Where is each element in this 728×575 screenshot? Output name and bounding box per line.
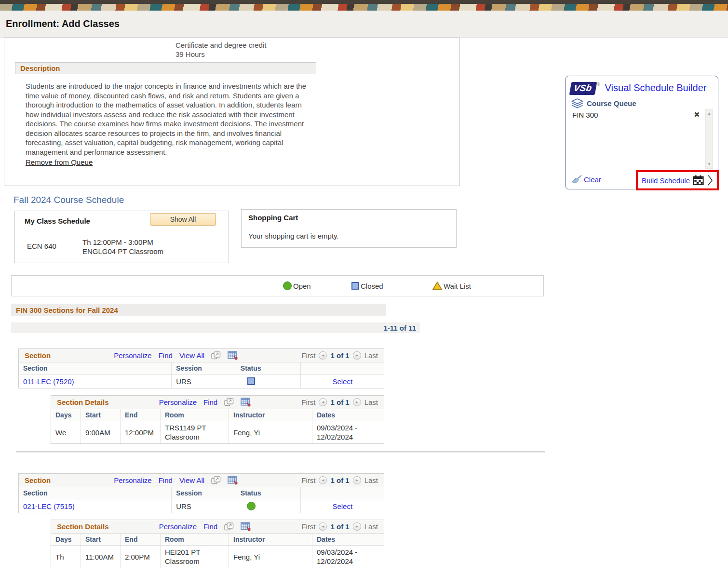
chevron-right-icon — [707, 174, 713, 186]
dates-value: 09/03/2024 - 12/02/2024 — [312, 546, 384, 568]
col-session: Session — [172, 362, 236, 374]
registered-mark: ® — [597, 82, 600, 87]
section-table-title: Section — [19, 476, 51, 484]
my-class-schedule-title: My Class Schedule — [25, 217, 90, 225]
last-label[interactable]: Last — [364, 522, 378, 531]
clear-queue-button[interactable]: Clear — [571, 175, 601, 184]
remove-queue-item-icon[interactable]: ✖ — [694, 110, 700, 119]
section-row: 011-LEC (7520) URS Select — [19, 374, 384, 388]
section-table-2-pager: First ◄ 1 of 1 ► Last — [301, 476, 384, 484]
find-link[interactable]: Find — [203, 522, 217, 531]
section-details-2-header: Section Details PersonalizeFind First ◄ … — [51, 520, 384, 534]
section-link[interactable]: 021-LEC (7515) — [23, 502, 75, 510]
col-section: Section — [19, 487, 172, 499]
personalize-link[interactable]: Personalize — [159, 522, 197, 531]
session-value: URS — [172, 499, 236, 513]
next-page-icon[interactable]: ► — [353, 522, 361, 531]
section-table-1-columns: Section Session Status — [19, 362, 384, 374]
visual-schedule-builder-panel: VSb ® Visual Schedule Builder Course Que… — [565, 76, 718, 189]
instructor-value: Feng, Yi — [229, 421, 312, 443]
section-link[interactable]: 011-LEC (7520) — [23, 377, 74, 386]
prev-page-icon[interactable]: ◄ — [319, 398, 327, 406]
col-start: Start — [81, 534, 121, 545]
scheduled-course-meeting: Th 12:00PM - 3:00PM ENGLG04 PT Classroom — [82, 238, 163, 256]
section-details-2-toolbar: PersonalizeFind — [109, 522, 302, 531]
col-action — [301, 362, 384, 374]
section-row: 021-LEC (7515) URS Select — [19, 499, 384, 513]
personalize-link[interactable]: Personalize — [114, 351, 151, 360]
find-link[interactable]: Find — [203, 398, 217, 406]
view-all-link[interactable]: View All — [179, 476, 204, 484]
download-grid-icon[interactable] — [228, 476, 238, 485]
first-label[interactable]: First — [301, 351, 315, 360]
prev-page-icon[interactable]: ◄ — [319, 476, 327, 484]
description-header: Description — [15, 62, 316, 74]
page-indicator: 1 of 1 — [330, 398, 349, 406]
legend-open-label: Open — [293, 282, 311, 290]
page-indicator: 1 of 1 — [330, 476, 349, 484]
col-instructor: Instructor — [229, 409, 312, 421]
legend-wait-label: Wait List — [444, 282, 471, 290]
col-end: End — [121, 409, 161, 421]
sections-heading-bar: FIN 300 Sections for Fall 2024 — [11, 304, 386, 316]
last-label[interactable]: Last — [364, 476, 378, 484]
view-all-link[interactable]: View All — [179, 351, 204, 360]
next-page-icon[interactable]: ► — [353, 476, 361, 484]
col-room: Room — [161, 534, 229, 545]
popup-window-icon[interactable] — [224, 398, 234, 406]
download-grid-icon[interactable] — [228, 351, 238, 360]
download-grid-icon[interactable] — [241, 398, 251, 407]
find-link[interactable]: Find — [159, 476, 173, 484]
section-table-2-header: Section PersonalizeFindView All First ◄ … — [19, 474, 384, 487]
legend-open: Open — [283, 276, 311, 296]
scroll-down-icon[interactable]: ▼ — [706, 162, 713, 166]
col-status: Status — [236, 362, 301, 374]
page: Enrollment: Add Classes Certificate and … — [0, 0, 728, 575]
queue-scrollbar[interactable]: ▲ ▼ — [705, 109, 713, 169]
scroll-up-icon[interactable]: ▲ — [706, 111, 713, 116]
select-link[interactable]: Select — [332, 377, 352, 386]
find-link[interactable]: Find — [159, 351, 173, 360]
last-label[interactable]: Last — [364, 398, 378, 406]
decorative-banner — [0, 0, 728, 11]
course-queue-header: Course Queue — [571, 98, 636, 108]
section-details-2-pager: First ◄ 1 of 1 ► Last — [301, 522, 384, 531]
col-dates: Dates — [312, 534, 384, 545]
last-label[interactable]: Last — [364, 351, 378, 360]
room-value: HEI201 PT Classroom — [161, 546, 229, 568]
build-schedule-label: Build Schedule — [642, 176, 690, 185]
credit-line: Certificate and degree credit — [175, 40, 266, 50]
show-all-button[interactable]: Show All — [150, 213, 216, 226]
col-start: Start — [81, 409, 121, 421]
col-section: Section — [19, 362, 172, 374]
page-indicator: 1 of 1 — [330, 351, 349, 360]
personalize-link[interactable]: Personalize — [159, 398, 197, 406]
build-schedule-button[interactable]: Build Schedule — [636, 170, 719, 190]
section-table-1-header: Section PersonalizeFindView All First ◄ … — [19, 349, 384, 362]
remove-from-queue-link[interactable]: Remove from Queue — [26, 158, 93, 167]
download-grid-icon[interactable] — [241, 522, 251, 531]
page-indicator: 1 of 1 — [330, 522, 349, 531]
popup-window-icon[interactable] — [211, 476, 221, 484]
section-table-2: Section PersonalizeFindView All First ◄ … — [18, 473, 384, 513]
col-room: Room — [161, 409, 229, 421]
credit-info: Certificate and degree credit 39 Hours — [175, 40, 266, 59]
first-label[interactable]: First — [301, 522, 315, 531]
section-details-1-header: Section Details PersonalizeFind First ◄ … — [51, 396, 384, 409]
select-link[interactable]: Select — [332, 502, 352, 510]
first-label[interactable]: First — [301, 476, 315, 484]
popup-window-icon[interactable] — [224, 522, 234, 531]
first-label[interactable]: First — [301, 398, 315, 406]
end-value: 2:00PM — [121, 546, 161, 568]
personalize-link[interactable]: Personalize — [114, 476, 151, 484]
prev-page-icon[interactable]: ◄ — [319, 522, 327, 531]
prev-page-icon[interactable]: ◄ — [319, 351, 327, 360]
col-days: Days — [51, 534, 81, 545]
results-range-bar: 1-11 of 11 — [11, 322, 420, 333]
scheduled-course-code: ECN 640 — [27, 242, 56, 250]
next-page-icon[interactable]: ► — [353, 351, 361, 360]
legend-wait-list: Wait List — [432, 276, 471, 296]
next-page-icon[interactable]: ► — [353, 398, 361, 406]
popup-window-icon[interactable] — [211, 351, 221, 360]
days-value: Th — [51, 546, 81, 568]
